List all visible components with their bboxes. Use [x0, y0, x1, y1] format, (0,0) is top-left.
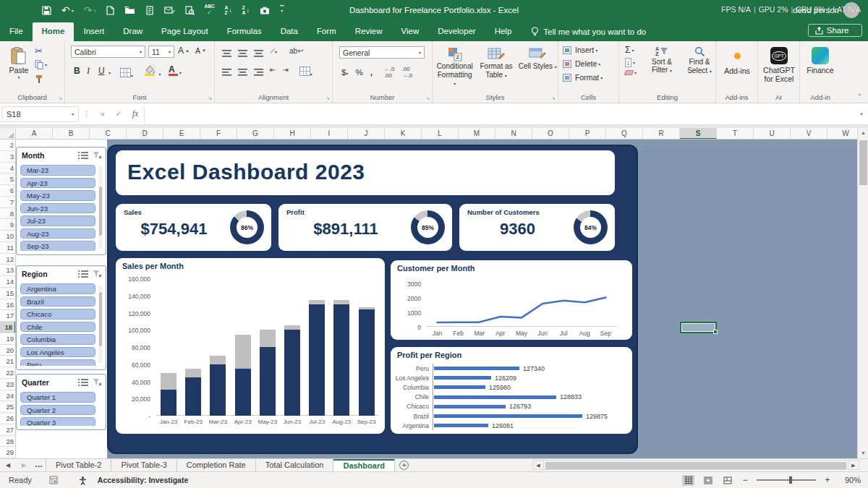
horizontal-scroll-thumb[interactable] [545, 462, 846, 469]
borders-button[interactable]: ▾ [120, 67, 133, 80]
sheet-nav-left-icon[interactable]: ◀ [0, 459, 16, 471]
format-painter-button[interactable] [35, 74, 44, 84]
tab-help[interactable]: Help [485, 22, 522, 41]
row-header-21[interactable]: 21 [0, 356, 16, 367]
column-header-E[interactable]: E [163, 128, 200, 140]
font-dialog-launcher[interactable]: ↘ [208, 95, 212, 101]
name-box[interactable]: S18▾ [1, 106, 79, 122]
finance-button[interactable]: Finance [804, 44, 837, 74]
row-header-3[interactable]: 3 [0, 151, 16, 163]
share-button[interactable]: Share ▾ [808, 24, 862, 37]
scroll-down-icon[interactable]: ▼ [858, 448, 868, 458]
format-button[interactable]: Format▾ [563, 73, 603, 82]
row-header-15[interactable]: 15 [0, 288, 16, 299]
orientation-button[interactable]: ⟋▾ [270, 47, 277, 60]
region-item-chile[interactable]: Chile [20, 322, 95, 333]
column-header-M[interactable]: M [459, 128, 495, 140]
insert-function-button[interactable]: fx [127, 108, 144, 119]
column-header-A[interactable]: A [16, 128, 53, 140]
cancel-entry-button[interactable]: × [95, 110, 111, 119]
region-item-columbia[interactable]: Columbia [20, 334, 95, 345]
underline-button[interactable]: U [98, 66, 105, 76]
clear-filter-icon[interactable] [91, 269, 103, 279]
row-header-22[interactable]: 22 [0, 367, 16, 379]
align-middle-button[interactable] [238, 47, 247, 60]
sales-per-month-chart[interactable]: Sales per Month 160,000140,000120,000100… [116, 258, 385, 434]
decrease-indent-button[interactable]: ⇤ [270, 66, 276, 79]
row-header-19[interactable]: 19 [0, 333, 16, 345]
region-slicer[interactable]: Region ArgentinaBrazilChicacoChileColumb… [16, 265, 106, 370]
sheet-tab-dashboard[interactable]: Dashboard [333, 459, 394, 471]
sheet-tab-completion-rate[interactable]: Completion Rate [177, 459, 256, 471]
cut-button[interactable]: ✂ [35, 46, 43, 56]
collapse-ribbon-button[interactable]: ⌃ [857, 93, 862, 100]
font-name-combo[interactable]: Calibri▾ [71, 46, 145, 58]
region-item-argentina[interactable]: Argentina [20, 283, 95, 294]
formula-bar-expand-icon[interactable]: ▾ [855, 111, 868, 117]
conditional-formatting-button[interactable]: ≠Conditional Formatting ▾ [435, 43, 474, 87]
row-header-6[interactable]: 6 [0, 185, 16, 197]
fill-color-button[interactable]: ▾ [145, 65, 161, 79]
row-header-16[interactable]: 16 [0, 299, 16, 311]
chatgpt-button[interactable]: GPT ChatGPT for Excel [760, 44, 799, 83]
kpi-card-number-of-customers[interactable]: Number of Customers936084% [459, 204, 615, 251]
row-header-4[interactable]: 4 [0, 163, 16, 174]
column-header-W[interactable]: W [827, 128, 857, 140]
zoom-level[interactable]: 90% [839, 476, 861, 484]
tab-page-layout[interactable]: Page Layout [152, 22, 218, 41]
column-header-B[interactable]: B [53, 128, 90, 140]
sheet-tab-pivot-table-2[interactable]: Pivot Table-2 [46, 459, 111, 471]
align-left-button[interactable] [222, 66, 231, 79]
align-right-button[interactable] [254, 66, 263, 79]
increase-font-button[interactable]: A▲ [178, 46, 190, 56]
font-color-button[interactable]: A [169, 64, 178, 76]
column-header-H[interactable]: H [274, 128, 311, 140]
horizontal-scrollbar[interactable]: ◀ ▶ [532, 460, 859, 470]
row-header-14[interactable]: 14 [0, 276, 16, 288]
format-as-table-button[interactable]: Format as Table ▾ [477, 43, 515, 87]
hscroll-right-icon[interactable]: ▶ [848, 460, 859, 470]
tab-draw[interactable]: Draw [114, 22, 152, 41]
column-header-R[interactable]: R [643, 128, 680, 140]
bold-button[interactable]: B [74, 66, 80, 76]
row-header-10[interactable]: 10 [0, 231, 16, 242]
clipboard-dialog-launcher[interactable]: ↘ [58, 95, 62, 101]
merge-center-button[interactable]: ▾ [299, 66, 312, 79]
align-top-button[interactable] [222, 47, 231, 60]
confirm-entry-button[interactable]: ✓ [111, 109, 127, 119]
decrease-font-button[interactable]: A▼ [195, 46, 206, 55]
quarter-item-quarter-2[interactable]: Quarter 2 [20, 405, 95, 416]
row-header-5[interactable]: 5 [0, 174, 16, 185]
accessibility-icon[interactable] [78, 476, 88, 485]
align-bottom-button[interactable] [254, 47, 263, 60]
hscroll-left-icon[interactable]: ◀ [532, 460, 544, 470]
tab-review[interactable]: Review [346, 22, 392, 41]
sheet-nav-right-icon[interactable]: ▶ [16, 459, 32, 471]
wrap-text-button[interactable]: ab↩ [289, 47, 304, 60]
zoom-slider[interactable] [757, 479, 816, 481]
autosum-button[interactable]: Σ▾ [625, 45, 637, 55]
kpi-card-profit[interactable]: Profit$891,11185% [278, 204, 452, 251]
row-header-9[interactable]: 9 [0, 219, 16, 231]
row-header-7[interactable]: 7 [0, 197, 16, 208]
sheet-tab-total-calculation[interactable]: Total Calculation [256, 459, 334, 471]
clear-filter-icon[interactable] [91, 377, 103, 388]
multi-select-icon[interactable] [77, 269, 89, 279]
column-header-V[interactable]: V [791, 128, 827, 140]
region-item-los-angeles[interactable]: Los Angeles [20, 347, 95, 358]
sheet-overflow-button[interactable]: … [32, 459, 46, 471]
page-layout-view-button[interactable] [702, 475, 714, 486]
column-header-N[interactable]: N [495, 128, 532, 140]
column-header-O[interactable]: O [532, 128, 569, 140]
zoom-slider-thumb[interactable] [789, 476, 792, 484]
row-header-13[interactable]: 13 [0, 265, 16, 276]
increase-indent-button[interactable]: ⇥ [282, 66, 288, 79]
kpi-card-sales[interactable]: Sales$754,94186% [116, 204, 271, 251]
row-header-20[interactable]: 20 [0, 345, 16, 356]
quarter-item-quarter-1[interactable]: Quarter 1 [20, 392, 95, 403]
month-slicer-scrollbar[interactable] [98, 166, 103, 249]
row-header-17[interactable]: 17 [0, 310, 16, 322]
italic-button[interactable]: I [87, 66, 90, 77]
column-header-P[interactable]: P [569, 128, 606, 140]
column-header-I[interactable]: I [311, 128, 348, 140]
